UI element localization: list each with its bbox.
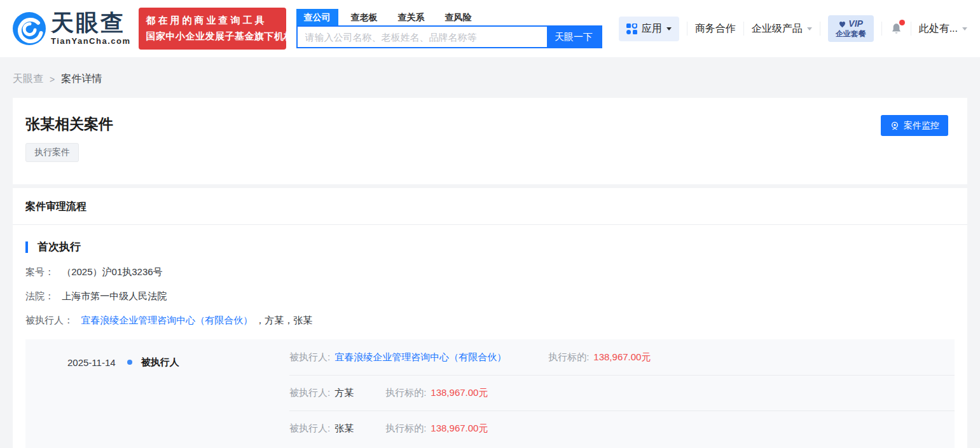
stage-header: 首次执行 [25, 240, 955, 254]
user-menu-label: 此处有... [919, 22, 958, 36]
nav-enterprise-products[interactable]: 企业级产品 [752, 22, 812, 36]
row-person-name: 张某 [335, 423, 354, 435]
stage-title: 首次执行 [38, 240, 81, 254]
row-party-label: 被执行人: [289, 423, 330, 435]
row-amount-label: 执行标的: [385, 387, 426, 399]
table-row: 被执行人: 张某 执行标的: 138,967.00元 [289, 411, 955, 446]
executed-persons-rest: ，方某，张某 [255, 315, 312, 325]
timeline-rows: 被执行人: 宜春浪绫企业管理咨询中心（有限合伙） 执行标的: 138,967.0… [289, 339, 955, 448]
header-nav: 应用 商务合作 企业级产品 VIP 企业套餐 [619, 15, 967, 43]
field-label: 案号： [25, 266, 54, 277]
promo-badge: 都在用的商业查询工具 国家中小企业发展子基金旗下机构 [139, 8, 286, 50]
nav-business-cooperation[interactable]: 商务合作 [695, 22, 736, 36]
row-amount-value: 138,967.00元 [593, 351, 651, 363]
nav-user-menu[interactable]: 此处有... [919, 22, 967, 36]
breadcrumb-home[interactable]: 天眼查 [13, 72, 43, 86]
field-executed-persons: 被执行人： 宜春浪绫企业管理咨询中心（有限合伙） ，方某，张某 [25, 313, 955, 327]
enterprise-label: 企业级产品 [752, 22, 803, 36]
notification-dot [899, 20, 905, 25]
logo-subtitle: TianYanCha.com [51, 36, 131, 46]
nav-divider [881, 22, 882, 36]
site-header: 天眼查 TianYanCha.com 都在用的商业查询工具 国家中小企业发展子基… [0, 0, 980, 57]
search-tabs: 查公司 查老板 查关系 查风险 [296, 9, 602, 25]
chevron-down-icon [666, 27, 672, 31]
search-input[interactable] [298, 27, 547, 47]
search-area: 查公司 查老板 查关系 查风险 天眼一下 [296, 9, 602, 48]
section-title: 案件审理流程 [13, 188, 967, 225]
nav-divider [743, 22, 744, 36]
tab-search-risk[interactable]: 查风险 [438, 9, 480, 25]
chevron-down-icon [807, 27, 812, 31]
case-type-tag: 执行案件 [25, 143, 79, 162]
nav-divider [820, 22, 820, 36]
case-flow-card: 案件审理流程 首次执行 案号： （2025）沪01执3236号 法院： 上海市第… [13, 188, 967, 448]
apps-label: 应用 [642, 22, 662, 36]
breadcrumb-current: 案件详情 [61, 72, 102, 86]
vip-label: VIP [848, 18, 863, 30]
timeline-node: 2025-11-14 被执行人 [25, 339, 289, 362]
monitor-button-label: 案件监控 [904, 120, 939, 132]
field-label: 法院： [25, 290, 54, 301]
case-title-card: 张某相关案件 执行案件 案件监控 [13, 98, 967, 184]
vip-package-button[interactable]: VIP 企业套餐 [828, 15, 874, 43]
row-person-name: 方某 [335, 387, 354, 399]
row-amount-value: 138,967.00元 [431, 387, 488, 399]
field-value: （2025）沪01执3236号 [62, 266, 162, 277]
page-title: 张某相关案件 [25, 116, 955, 133]
row-amount-label: 执行标的: [385, 423, 426, 435]
tab-search-relation[interactable]: 查关系 [390, 9, 432, 25]
field-label: 被执行人： [25, 315, 73, 325]
executed-company-link[interactable]: 宜春浪绫企业管理咨询中心（有限合伙） [81, 315, 252, 325]
site-logo[interactable]: 天眼查 TianYanCha.com [13, 11, 131, 46]
tab-search-boss[interactable]: 查老板 [343, 9, 385, 25]
table-row: 被执行人: 方某 执行标的: 138,967.00元 [289, 375, 955, 411]
timeline-dot-icon [127, 360, 132, 365]
notification-bell-button[interactable] [890, 22, 903, 36]
breadcrumb-separator: > [50, 74, 55, 85]
monitor-webcam-icon [890, 121, 904, 131]
vip-package-label: 企业套餐 [836, 29, 866, 39]
breadcrumb: 天眼查 > 案件详情 [13, 72, 967, 86]
promo-line-1: 都在用的商业查询工具 [146, 13, 279, 29]
table-row: 被执行人: 宜春浪绫企业管理咨询中心（有限合伙） 执行标的: 138,967.0… [289, 339, 955, 375]
vip-heart-icon [838, 20, 848, 28]
row-company-link[interactable]: 宜春浪绫企业管理咨询中心（有限合伙） [335, 351, 506, 363]
row-amount-value: 138,967.00元 [431, 423, 488, 435]
chevron-down-icon [962, 27, 967, 31]
nav-divider [911, 22, 911, 36]
nav-divider [687, 22, 687, 36]
tab-search-company[interactable]: 查公司 [296, 9, 338, 25]
field-value: 上海市第一中级人民法院 [62, 290, 167, 301]
apps-grid-icon [626, 24, 642, 34]
field-case-number: 案号： （2025）沪01执3236号 [25, 265, 955, 278]
field-court: 法院： 上海市第一中级人民法院 [25, 289, 955, 302]
search-button[interactable]: 天眼一下 [547, 27, 601, 47]
promo-line-2: 国家中小企业发展子基金旗下机构 [146, 29, 279, 44]
stage-accent-bar [25, 241, 28, 253]
row-party-label: 被执行人: [289, 387, 330, 399]
timeline-node-label: 被执行人 [141, 356, 179, 369]
case-monitor-button[interactable]: 案件监控 [881, 115, 948, 136]
timeline-table: 2025-11-14 被执行人 被执行人: 宜春浪绫企业管理咨询中心（有限合伙）… [25, 339, 955, 448]
timeline-date: 2025-11-14 [67, 357, 116, 368]
row-amount-label: 执行标的: [548, 351, 589, 363]
row-party-label: 被执行人: [289, 351, 330, 363]
tianyancha-logo-icon [13, 12, 46, 45]
apps-menu-button[interactable]: 应用 [619, 17, 679, 41]
logo-title: 天眼查 [51, 11, 131, 34]
